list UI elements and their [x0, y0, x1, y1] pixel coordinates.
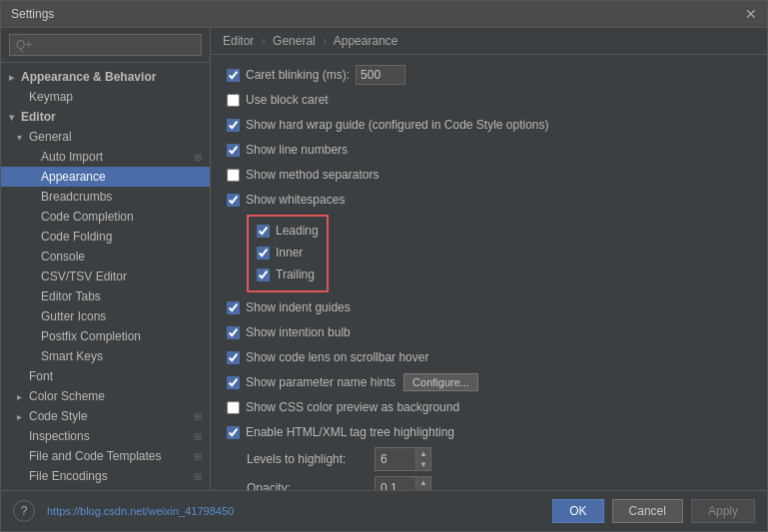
breadcrumb-general: General — [273, 34, 316, 48]
sidebar-item-csv-tsv[interactable]: CSV/TSV Editor — [1, 266, 210, 286]
levels-row: Levels to highlight: ▲ ▼ — [227, 447, 751, 471]
sidebar-label: Breadcrumbs — [41, 190, 112, 204]
sidebar-item-auto-import[interactable]: Auto Import ⊞ — [1, 147, 210, 167]
trailing-label: Trailing — [257, 267, 315, 281]
sidebar-item-keymap[interactable]: Keymap — [1, 87, 210, 107]
use-block-caret-checkbox[interactable] — [227, 94, 240, 107]
sidebar-label: Appearance & Behavior — [21, 70, 156, 84]
right-panel: Editor › General › Appearance Caret blin… — [211, 28, 767, 490]
title-bar: Settings ✕ — [1, 1, 767, 28]
levels-input[interactable] — [376, 450, 415, 468]
search-input[interactable] — [9, 34, 202, 56]
show-intention-bulb-checkbox[interactable] — [227, 326, 240, 339]
enable-html-checkbox[interactable] — [227, 426, 240, 439]
sidebar-item-code-style[interactable]: Code Style ⊞ — [1, 406, 210, 426]
sidebar-item-gutter-icons[interactable]: Gutter Icons — [1, 306, 210, 326]
show-intention-bulb-label: Show intention bulb — [227, 325, 351, 339]
use-block-caret-row: Use block caret — [227, 90, 751, 110]
opacity-row: Opacity: ▲ ▼ — [227, 476, 751, 490]
sidebar-item-file-encodings[interactable]: File Encodings ⊞ — [1, 466, 210, 486]
sidebar-label: Smart Keys — [41, 349, 103, 363]
dialog-title: Settings — [11, 7, 54, 21]
show-css-color-label: Show CSS color preview as background — [227, 400, 459, 414]
show-whitespaces-row: Show whitespaces — [227, 190, 751, 210]
breadcrumb-appearance: Appearance — [334, 34, 398, 48]
spacer — [17, 451, 27, 462]
sidebar-label: File Encodings — [29, 469, 108, 483]
footer-url: https://blog.csdn.net/weixin_41798450 — [47, 505, 234, 517]
show-param-hints-row: Show parameter name hints Configure... — [227, 372, 751, 392]
sidebar-item-console[interactable]: Console — [1, 247, 210, 266]
ok-button[interactable]: OK — [552, 499, 603, 523]
sidebar-label: Postfix Completion — [41, 329, 141, 343]
close-button[interactable]: ✕ — [745, 7, 757, 21]
sidebar-item-smart-keys[interactable]: Smart Keys — [1, 346, 210, 366]
show-indent-guides-label: Show indent guides — [227, 300, 351, 314]
tree-nav: Appearance & Behavior Keymap Editor Gene… — [1, 63, 210, 490]
leading-row: Leading — [257, 221, 319, 241]
configure-button[interactable]: Configure... — [403, 373, 478, 391]
show-indent-guides-row: Show indent guides — [227, 297, 751, 317]
show-hard-wrap-label: Show hard wrap guide (configured in Code… — [227, 118, 549, 132]
opacity-spinbox-buttons: ▲ ▼ — [415, 477, 430, 490]
caret-blinking-checkbox[interactable] — [227, 69, 240, 82]
levels-label: Levels to highlight: — [247, 452, 367, 466]
opacity-input[interactable] — [376, 479, 415, 490]
sidebar-item-editor[interactable]: Editor — [1, 107, 210, 127]
spacer — [29, 331, 39, 342]
trailing-checkbox[interactable] — [257, 268, 270, 281]
footer-left: ? https://blog.csdn.net/weixin_41798450 — [13, 500, 234, 522]
inner-checkbox[interactable] — [257, 247, 270, 260]
spacer — [29, 311, 39, 322]
spacer — [17, 371, 27, 382]
sidebar-item-inspections[interactable]: Inspections ⊞ — [1, 426, 210, 446]
sidebar-item-editor-tabs[interactable]: Editor Tabs — [1, 286, 210, 306]
sidebar-item-code-completion[interactable]: Code Completion — [1, 207, 210, 227]
sidebar-label: Gutter Icons — [41, 309, 106, 323]
content-area: Caret blinking (ms): Use block caret Sh — [211, 55, 767, 490]
sidebar-item-postfix[interactable]: Postfix Completion — [1, 326, 210, 346]
caret-blinking-input[interactable] — [356, 65, 405, 85]
sidebar-item-code-folding[interactable]: Code Folding — [1, 227, 210, 247]
sidebar-item-appearance[interactable]: Appearance — [1, 167, 210, 187]
help-button[interactable]: ? — [13, 500, 35, 522]
sidebar-item-appearance-behavior[interactable]: Appearance & Behavior — [1, 67, 210, 87]
spacer — [29, 172, 39, 183]
show-line-numbers-label: Show line numbers — [227, 143, 348, 157]
inner-label: Inner — [257, 246, 303, 260]
spacer — [29, 152, 39, 163]
sidebar-label: Appearance — [41, 170, 106, 184]
enable-html-row: Enable HTML/XML tag tree highlighting — [227, 422, 751, 442]
show-line-numbers-checkbox[interactable] — [227, 144, 240, 157]
sidebar-label: File and Code Templates — [29, 449, 162, 463]
sidebar-label: Keymap — [29, 90, 73, 104]
leading-checkbox[interactable] — [257, 225, 270, 238]
show-code-lens-checkbox[interactable] — [227, 351, 240, 364]
sidebar-item-font[interactable]: Font — [1, 366, 210, 386]
levels-down-button[interactable]: ▼ — [416, 459, 430, 470]
apply-button[interactable]: Apply — [691, 499, 755, 523]
show-whitespaces-checkbox[interactable] — [227, 194, 240, 207]
sidebar-item-general[interactable]: General — [1, 127, 210, 147]
show-css-color-checkbox[interactable] — [227, 401, 240, 414]
show-method-separators-checkbox[interactable] — [227, 169, 240, 182]
show-method-separators-row: Show method separators — [227, 165, 751, 185]
opacity-up-button[interactable]: ▲ — [416, 477, 430, 488]
sidebar-item-color-scheme[interactable]: Color Scheme — [1, 386, 210, 406]
sidebar-label: Editor — [21, 110, 56, 124]
sidebar-label: Code Completion — [41, 210, 134, 224]
sidebar-item-breadcrumbs[interactable]: Breadcrumbs — [1, 187, 210, 207]
spacer — [29, 271, 39, 282]
levels-up-button[interactable]: ▲ — [416, 448, 430, 459]
spacer — [29, 192, 39, 203]
dialog-footer: ? https://blog.csdn.net/weixin_41798450 … — [1, 490, 767, 531]
show-indent-guides-checkbox[interactable] — [227, 301, 240, 314]
show-hard-wrap-checkbox[interactable] — [227, 119, 240, 132]
sidebar-item-file-code-templates[interactable]: File and Code Templates ⊞ — [1, 446, 210, 466]
sidebar-label: Code Folding — [41, 230, 112, 244]
show-param-hints-checkbox[interactable] — [227, 376, 240, 389]
cancel-button[interactable]: Cancel — [612, 499, 683, 523]
enable-html-label: Enable HTML/XML tag tree highlighting — [227, 425, 454, 439]
spacer — [29, 252, 39, 263]
triangle-icon — [9, 112, 19, 123]
